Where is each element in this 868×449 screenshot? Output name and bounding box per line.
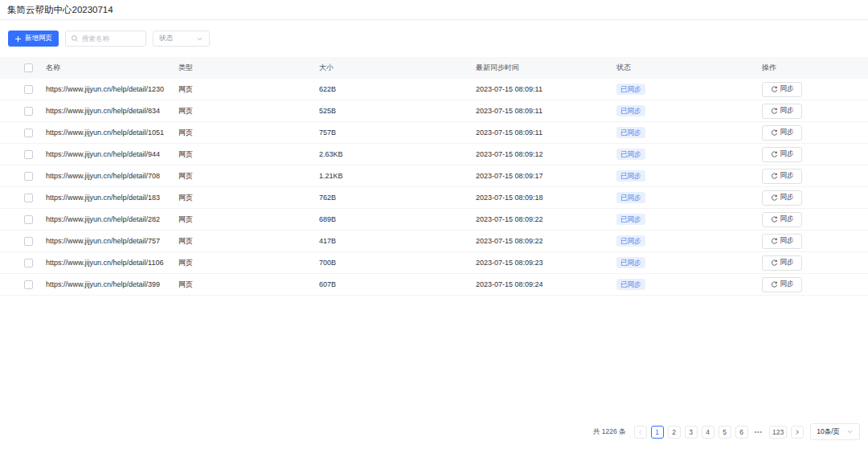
row-checkbox[interactable] xyxy=(24,194,33,202)
row-type: 网页 xyxy=(178,258,319,268)
chevron-down-icon xyxy=(846,428,854,435)
row-url: https://www.jijyun.cn/help/detail/1230 xyxy=(46,85,178,93)
column-header-synced: 最新同步时间 xyxy=(476,63,616,73)
row-checkbox[interactable] xyxy=(24,85,33,94)
page-number-2[interactable]: 2 xyxy=(668,426,681,439)
sync-button[interactable]: 同步 xyxy=(762,255,802,271)
sync-button-label: 同步 xyxy=(780,149,794,159)
row-type: 网页 xyxy=(178,193,319,203)
row-type: 网页 xyxy=(178,106,319,116)
table-row: https://www.jijyun.cn/help/detail/183 网页… xyxy=(0,187,868,209)
row-type: 网页 xyxy=(178,236,319,247)
sync-button[interactable]: 同步 xyxy=(762,125,802,141)
sync-button[interactable]: 同步 xyxy=(762,190,802,206)
sync-button-label: 同步 xyxy=(780,193,794,202)
sync-button-label: 同步 xyxy=(780,214,794,224)
table-row: https://www.jijyun.cn/help/detail/399 网页… xyxy=(0,274,868,296)
row-size: 700B xyxy=(319,259,476,267)
row-type: 网页 xyxy=(178,128,319,138)
table-row: https://www.jijyun.cn/help/detail/1051 网… xyxy=(0,122,868,144)
table-body: https://www.jijyun.cn/help/detail/1230 网… xyxy=(0,79,868,296)
pagination: 共 1226 条 123456•••123 10条/页 xyxy=(593,423,860,440)
plus-icon xyxy=(14,35,22,43)
page-number-1[interactable]: 1 xyxy=(651,426,664,439)
table-row: https://www.jijyun.cn/help/detail/834 网页… xyxy=(0,100,868,122)
add-webpage-button[interactable]: 新增网页 xyxy=(8,31,59,47)
page-size-select[interactable]: 10条/页 xyxy=(810,423,860,440)
status-badge: 已同步 xyxy=(616,84,645,95)
table-header-row: 名称 类型 大小 最新同步时间 状态 操作 xyxy=(0,57,868,79)
row-sync-time: 2023-07-15 08:09:23 xyxy=(476,259,616,267)
row-checkbox[interactable] xyxy=(24,259,33,267)
sync-button[interactable]: 同步 xyxy=(762,147,802,162)
page-number-3[interactable]: 3 xyxy=(685,426,698,439)
sync-button-label: 同步 xyxy=(780,236,794,246)
table-row: https://www.jijyun.cn/help/detail/708 网页… xyxy=(0,165,868,187)
column-header-type: 类型 xyxy=(178,63,319,73)
row-checkbox[interactable] xyxy=(24,215,33,224)
table-row: https://www.jijyun.cn/help/detail/944 网页… xyxy=(0,144,868,165)
row-url: https://www.jijyun.cn/help/detail/944 xyxy=(46,150,178,158)
prev-page-button[interactable] xyxy=(634,426,647,439)
refresh-icon xyxy=(771,238,778,245)
select-all-checkbox[interactable] xyxy=(24,63,33,72)
row-sync-time: 2023-07-15 08:09:11 xyxy=(476,107,616,115)
page-number-123[interactable]: 123 xyxy=(769,426,787,439)
sync-button-label: 同步 xyxy=(780,106,794,116)
row-url: https://www.jijyun.cn/help/detail/183 xyxy=(46,194,178,202)
search-input[interactable] xyxy=(82,35,141,43)
table-row: https://www.jijyun.cn/help/detail/282 网页… xyxy=(0,209,868,231)
add-webpage-label: 新增网页 xyxy=(25,34,52,43)
row-size: 525B xyxy=(319,107,476,115)
row-url: https://www.jijyun.cn/help/detail/708 xyxy=(46,172,178,180)
sync-button[interactable]: 同步 xyxy=(762,277,802,292)
page-number-4[interactable]: 4 xyxy=(702,426,714,439)
row-type: 网页 xyxy=(178,84,319,95)
page-number-6[interactable]: 6 xyxy=(735,426,748,439)
row-sync-time: 2023-07-15 08:09:22 xyxy=(476,237,616,245)
row-type: 网页 xyxy=(178,280,319,290)
row-checkbox[interactable] xyxy=(24,237,33,246)
sync-button[interactable]: 同步 xyxy=(762,104,802,119)
status-badge: 已同步 xyxy=(616,170,645,182)
row-url: https://www.jijyun.cn/help/detail/399 xyxy=(46,280,178,288)
refresh-icon xyxy=(771,281,778,288)
sync-button[interactable]: 同步 xyxy=(762,234,802,249)
sync-button[interactable]: 同步 xyxy=(762,169,802,184)
row-checkbox[interactable] xyxy=(24,280,33,289)
column-header-action: 操作 xyxy=(762,63,868,73)
table-row: https://www.jijyun.cn/help/detail/757 网页… xyxy=(0,231,868,252)
webpages-table: 名称 类型 大小 最新同步时间 状态 操作 https://www.jijyun… xyxy=(0,57,868,296)
refresh-icon xyxy=(771,108,778,115)
chevron-left-icon xyxy=(637,429,644,435)
toolbar: 新增网页 状态 xyxy=(0,20,868,54)
row-sync-time: 2023-07-15 08:09:24 xyxy=(476,280,616,288)
next-page-button[interactable] xyxy=(791,426,804,439)
sync-button-label: 同步 xyxy=(780,128,794,137)
refresh-icon xyxy=(771,173,778,180)
row-type: 网页 xyxy=(178,149,319,160)
status-badge: 已同步 xyxy=(616,214,645,225)
refresh-icon xyxy=(771,194,778,202)
search-box[interactable] xyxy=(65,31,146,47)
sync-button-label: 同步 xyxy=(780,280,794,289)
row-checkbox[interactable] xyxy=(24,107,33,116)
row-checkbox[interactable] xyxy=(24,172,33,181)
row-checkbox[interactable] xyxy=(24,150,33,159)
status-badge: 已同步 xyxy=(616,127,645,138)
sync-button[interactable]: 同步 xyxy=(762,82,802,97)
status-badge: 已同步 xyxy=(616,279,645,290)
table-row: https://www.jijyun.cn/help/detail/1106 网… xyxy=(0,252,868,274)
status-filter-select[interactable]: 状态 xyxy=(153,31,210,47)
refresh-icon xyxy=(771,86,778,93)
row-size: 1.21KB xyxy=(319,172,476,180)
page-number-5[interactable]: 5 xyxy=(719,426,731,439)
status-badge: 已同步 xyxy=(616,149,645,160)
sync-button-label: 同步 xyxy=(780,84,794,94)
row-sync-time: 2023-07-15 08:09:12 xyxy=(476,150,616,158)
pagination-ellipsis[interactable]: ••• xyxy=(752,426,765,439)
sync-button[interactable]: 同步 xyxy=(762,212,802,227)
row-type: 网页 xyxy=(178,214,319,225)
status-badge: 已同步 xyxy=(616,105,645,116)
row-checkbox[interactable] xyxy=(24,129,33,137)
